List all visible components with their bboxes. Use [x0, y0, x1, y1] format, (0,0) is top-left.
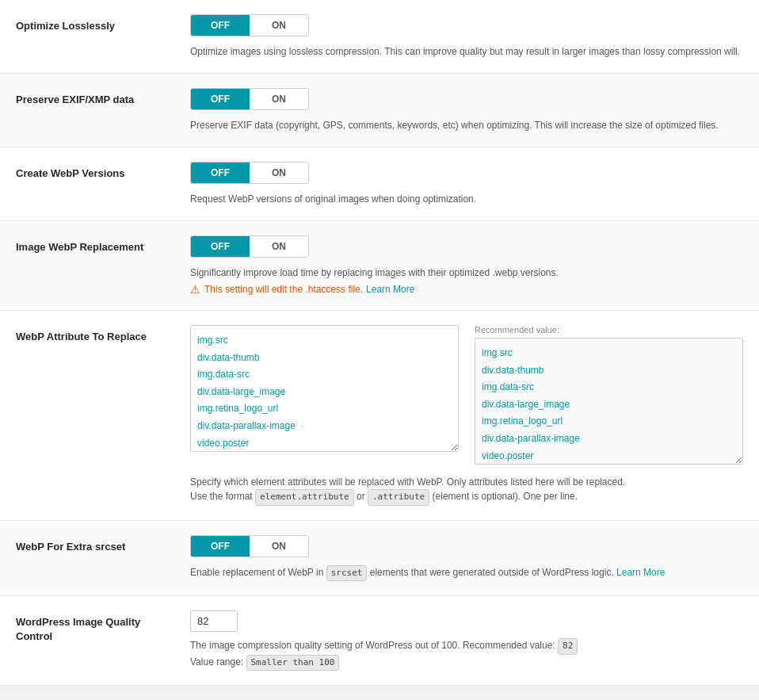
webp-srcset-row: WebP For Extra srcset OFF ON Enable repl… [0, 521, 759, 597]
image-quality-label: WordPress Image Quality Control [16, 610, 174, 644]
preserve-exif-toggle-wrap: OFF ON [190, 88, 743, 110]
webp-srcset-on[interactable]: ON [250, 536, 308, 557]
webp-srcset-content: OFF ON Enable replacement of WebP in src… [174, 535, 743, 582]
settings-container: Optimize Losslessly OFF ON Optimize imag… [0, 0, 759, 686]
webp-srcset-desc1: Enable replacement of WebP in [190, 567, 326, 578]
optimize-losslessly-desc: Optimize images using lossless compressi… [190, 44, 743, 59]
webp-replacement-row: Image WebP Replacement OFF ON Significan… [0, 221, 759, 311]
webp-srcset-desc2: elements that were generated outside of … [370, 567, 614, 578]
webp-srcset-desc: Enable replacement of WebP in srcset ele… [190, 565, 743, 582]
create-webp-on[interactable]: ON [250, 163, 308, 183]
webp-replacement-warning-text: This setting will edit the .htaccess fil… [204, 284, 363, 295]
webp-attribute-desc4-text: (element is optional). One per line. [433, 491, 578, 502]
image-quality-desc2: Value range: [190, 656, 246, 667]
optimize-losslessly-content: OFF ON Optimize images using lossless co… [174, 14, 743, 59]
webp-attribute-desc2-text: Use the format [190, 491, 253, 502]
optimize-losslessly-toggle-wrap: OFF ON [190, 14, 743, 36]
preserve-exif-desc: Preserve EXIF data (copyright, GPS, comm… [190, 118, 743, 132]
create-webp-toggle[interactable]: OFF ON [190, 162, 309, 184]
webp-replacement-learn-more[interactable]: Learn More [366, 284, 414, 295]
webp-attribute-badge2: .attribute [368, 489, 429, 506]
webp-replacement-desc: Significantly improve load time by repla… [190, 266, 743, 280]
preserve-exif-toggle[interactable]: OFF ON [190, 88, 309, 110]
create-webp-desc: Request WebP versions of original images… [190, 192, 743, 206]
image-quality-range-desc: Value range: Smaller than 100 [190, 655, 743, 671]
webp-attribute-row: WebP Attribute To Replace img.src div.da… [0, 311, 759, 521]
webp-attribute-content: img.src div.data-thumb img.data-src div.… [174, 325, 743, 506]
webp-replacement-off[interactable]: OFF [191, 236, 250, 257]
webp-replacement-toggle[interactable]: OFF ON [190, 235, 309, 258]
create-webp-off[interactable]: OFF [191, 163, 250, 183]
optimize-losslessly-row: Optimize Losslessly OFF ON Optimize imag… [0, 0, 759, 74]
webp-attribute-desc1-text: Specify which element attributes will be… [190, 476, 625, 488]
webp-replacement-warning: ⚠ This setting will edit the .htaccess f… [190, 283, 743, 296]
webp-attribute-recommended-col: Recommended value: img.src div.data-thum… [475, 325, 743, 467]
image-quality-input[interactable] [190, 610, 238, 632]
webp-attribute-recommended-textarea: img.src div.data-thumb img.data-src div.… [475, 338, 743, 465]
preserve-exif-on[interactable]: ON [250, 89, 308, 109]
warning-icon: ⚠ [190, 283, 200, 296]
webp-replacement-on[interactable]: ON [250, 236, 308, 257]
preserve-exif-label: Preserve EXIF/XMP data [16, 88, 174, 107]
webp-srcset-badge: srcset [326, 565, 368, 582]
webp-attribute-label: WebP Attribute To Replace [16, 325, 174, 344]
preserve-exif-content: OFF ON Preserve EXIF data (copyright, GP… [174, 88, 743, 132]
preserve-exif-off[interactable]: OFF [191, 89, 250, 109]
webp-attribute-desc3-text: or [357, 491, 368, 502]
preserve-exif-row: Preserve EXIF/XMP data OFF ON Preserve E… [0, 74, 759, 147]
create-webp-toggle-wrap: OFF ON [190, 162, 743, 184]
create-webp-label: Create WebP Versions [16, 162, 174, 181]
create-webp-content: OFF ON Request WebP versions of original… [174, 162, 743, 206]
webp-srcset-toggle[interactable]: OFF ON [190, 535, 309, 557]
webp-attribute-recommended-label: Recommended value: [475, 325, 743, 335]
image-quality-row: WordPress Image Quality Control The imag… [0, 596, 759, 686]
webp-replacement-content: OFF ON Significantly improve load time b… [174, 235, 743, 296]
webp-attribute-desc1: Specify which element attributes will be… [190, 475, 743, 489]
webp-srcset-off[interactable]: OFF [191, 536, 250, 557]
webp-replacement-label: Image WebP Replacement [16, 235, 174, 254]
optimize-losslessly-on[interactable]: ON [250, 15, 308, 36]
webp-replacement-toggle-wrap: OFF ON [190, 235, 743, 258]
webp-srcset-learn-more[interactable]: Learn More [616, 567, 665, 578]
image-quality-desc1: The image compression quality setting of… [190, 640, 558, 651]
image-quality-desc: The image compression quality setting of… [190, 638, 743, 655]
webp-attribute-textareas: img.src div.data-thumb img.data-src div.… [190, 325, 743, 467]
webp-attribute-textarea[interactable]: img.src div.data-thumb img.data-src div.… [190, 325, 459, 452]
image-quality-content: The image compression quality setting of… [174, 610, 743, 671]
optimize-losslessly-off[interactable]: OFF [191, 15, 250, 36]
create-webp-row: Create WebP Versions OFF ON Request WebP… [0, 147, 759, 221]
image-quality-range-badge: Smaller than 100 [246, 655, 340, 671]
webp-srcset-toggle-wrap: OFF ON [190, 535, 743, 557]
image-quality-recommended-badge: 82 [558, 638, 578, 655]
webp-attribute-badge1: element.attribute [255, 489, 354, 506]
webp-srcset-label: WebP For Extra srcset [16, 535, 174, 554]
webp-attribute-desc2-line: Use the format element.attribute or .att… [190, 489, 743, 506]
webp-attribute-editable-col: img.src div.data-thumb img.data-src div.… [190, 325, 459, 467]
optimize-losslessly-toggle[interactable]: OFF ON [190, 14, 309, 36]
optimize-losslessly-label: Optimize Losslessly [16, 14, 174, 33]
